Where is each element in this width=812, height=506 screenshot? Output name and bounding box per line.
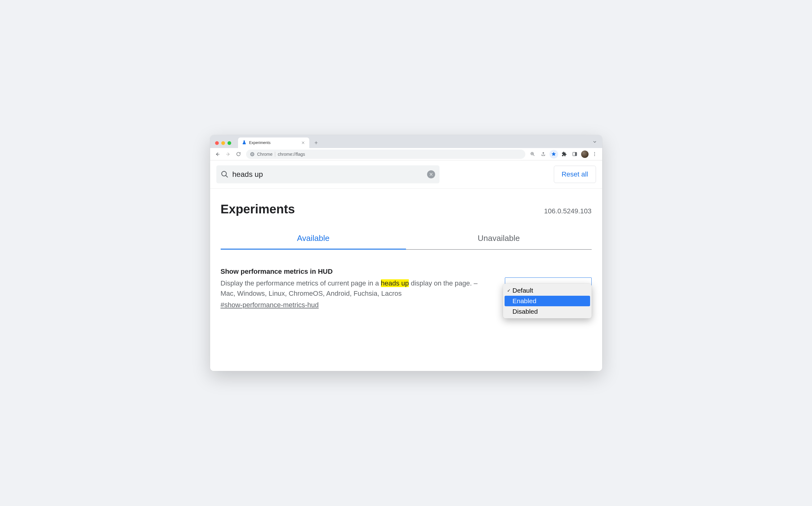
svg-rect-6 <box>575 152 577 156</box>
dropdown-popup: ✓ Default Enabled Disabled <box>503 284 592 318</box>
close-tab-icon[interactable] <box>301 140 306 145</box>
page-title: Experiments <box>221 202 295 216</box>
dropdown-option-enabled[interactable]: Enabled <box>505 296 590 306</box>
svg-point-8 <box>594 154 595 154</box>
address-divider <box>275 152 275 157</box>
content-tabs: Available Unavailable <box>221 234 592 250</box>
experiment-select[interactable]: ✓ Default Enabled Disabled <box>505 277 592 288</box>
minimize-window-button[interactable] <box>221 141 225 145</box>
bookmark-star-icon[interactable] <box>549 150 558 159</box>
tab-title: Experiments <box>249 141 298 145</box>
tab-available[interactable]: Available <box>221 234 406 250</box>
address-bar[interactable]: Chrome chrome://flags <box>246 150 525 159</box>
reload-button[interactable] <box>234 150 243 159</box>
tab-bar: Experiments <box>210 135 602 148</box>
checkmark-icon: ✓ <box>507 288 513 293</box>
experiment-desc-before: Display the performance metrics of curre… <box>221 279 381 287</box>
experiment-row: Show performance metrics in HUD Display … <box>210 250 602 309</box>
close-window-button[interactable] <box>215 141 219 145</box>
page-content: Reset all Experiments 106.0.5249.103 Ava… <box>210 160 602 371</box>
search-row: Reset all <box>210 160 602 189</box>
svg-point-9 <box>594 155 595 156</box>
maximize-window-button[interactable] <box>227 141 231 145</box>
share-icon[interactable] <box>539 150 547 159</box>
svg-rect-0 <box>243 141 245 141</box>
clear-search-icon[interactable] <box>427 170 435 178</box>
experiment-title: Show performance metrics in HUD <box>221 267 493 276</box>
side-panel-icon[interactable] <box>571 150 579 159</box>
new-tab-button[interactable] <box>312 139 320 147</box>
extensions-icon[interactable] <box>560 150 569 159</box>
dropdown-option-label: Disabled <box>513 308 538 315</box>
search-input[interactable] <box>232 170 423 179</box>
search-box <box>216 165 439 183</box>
dropdown-option-label: Enabled <box>513 297 536 305</box>
chrome-icon <box>250 152 255 157</box>
zoom-icon[interactable] <box>528 150 537 159</box>
menu-dots-icon[interactable] <box>590 150 599 159</box>
heading-row: Experiments 106.0.5249.103 <box>210 189 602 216</box>
dropdown-option-label: Default <box>513 287 533 294</box>
experiment-description: Display the performance metrics of curre… <box>221 278 493 299</box>
window-controls <box>214 141 234 148</box>
back-button[interactable] <box>213 150 222 159</box>
browser-window: Experiments <box>210 135 602 371</box>
profile-avatar[interactable] <box>581 151 589 158</box>
dropdown-option-disabled[interactable]: Disabled <box>505 306 590 317</box>
browser-tab[interactable]: Experiments <box>238 138 309 148</box>
dropdown-option-default[interactable]: ✓ Default <box>505 285 590 296</box>
tab-unavailable[interactable]: Unavailable <box>406 234 592 250</box>
flask-icon <box>242 140 247 145</box>
address-prefix: Chrome <box>257 152 273 157</box>
tabs-overflow-chevron-icon[interactable] <box>592 139 597 146</box>
experiment-text: Show performance metrics in HUD Display … <box>221 267 493 309</box>
svg-point-7 <box>594 152 595 153</box>
svg-point-3 <box>252 154 253 155</box>
address-url: chrome://flags <box>278 152 305 157</box>
version-label: 106.0.5249.103 <box>544 207 592 215</box>
toolbar-right <box>528 150 599 159</box>
toolbar: Chrome chrome://flags <box>210 148 602 160</box>
forward-button[interactable] <box>224 150 232 159</box>
experiment-tag-link[interactable]: #show-performance-metrics-hud <box>221 301 319 309</box>
search-highlight: heads up <box>381 279 409 287</box>
reset-all-button[interactable]: Reset all <box>554 166 596 183</box>
search-icon <box>221 170 229 178</box>
